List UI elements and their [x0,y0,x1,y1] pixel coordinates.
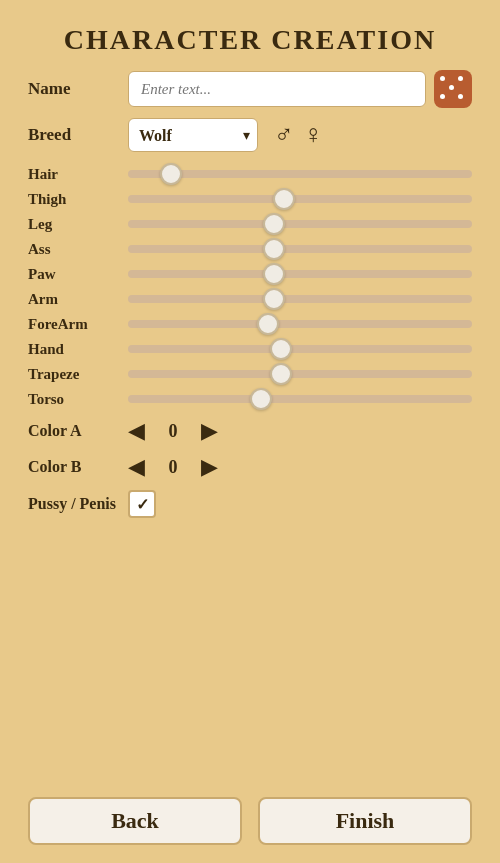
slider-input-paw[interactable] [128,270,472,278]
name-input[interactable] [128,71,426,107]
slider-row-leg: Leg [28,214,472,234]
slider-row-arm: Arm [28,289,472,309]
slider-label-thigh: Thigh [28,191,128,208]
page-title: CHARACTER CREATION [28,24,472,56]
breed-wrapper: Wolf Fox Cat Dog Bear [128,118,258,152]
color-a-label: Color A [28,422,128,440]
slider-track-ass [128,239,472,259]
name-row: Name [28,70,472,108]
color-a-value: 0 [161,421,185,442]
slider-input-thigh[interactable] [128,195,472,203]
sliders-section: HairThighLegAssPawArmForeArmHandTrapezeT… [28,164,472,414]
slider-input-torso[interactable] [128,395,472,403]
color-b-controls: ◀ 0 ▶ [128,454,218,480]
breed-row: Breed Wolf Fox Cat Dog Bear ♂ ♀ [28,118,472,152]
checkmark-icon: ✓ [136,495,149,514]
slider-row-thigh: Thigh [28,189,472,209]
female-gender-icon[interactable]: ♀ [304,120,324,150]
slider-input-trapeze[interactable] [128,370,472,378]
gender-icons: ♂ ♀ [274,120,323,150]
bottom-buttons: Back Finish [28,791,472,845]
slider-label-ass: Ass [28,241,128,258]
slider-row-paw: Paw [28,264,472,284]
dice-icon [440,76,466,102]
slider-track-leg [128,214,472,234]
slider-row-ass: Ass [28,239,472,259]
slider-track-hand [128,339,472,359]
color-a-prev-button[interactable]: ◀ [128,418,145,444]
slider-label-paw: Paw [28,266,128,283]
dice-button[interactable] [434,70,472,108]
slider-row-torso: Torso [28,389,472,409]
slider-track-arm [128,289,472,309]
slider-track-thigh [128,189,472,209]
slider-input-forearm[interactable] [128,320,472,328]
pussy-penis-checkbox[interactable]: ✓ [128,490,156,518]
back-button[interactable]: Back [28,797,242,845]
color-b-prev-button[interactable]: ◀ [128,454,145,480]
male-gender-icon[interactable]: ♂ [274,120,294,150]
slider-track-trapeze [128,364,472,384]
finish-button[interactable]: Finish [258,797,472,845]
color-b-label: Color B [28,458,128,476]
slider-label-forearm: ForeArm [28,316,128,333]
slider-label-leg: Leg [28,216,128,233]
slider-input-arm[interactable] [128,295,472,303]
slider-track-forearm [128,314,472,334]
color-a-controls: ◀ 0 ▶ [128,418,218,444]
pussy-penis-label: Pussy / Penis [28,495,116,513]
color-a-next-button[interactable]: ▶ [201,418,218,444]
color-b-next-button[interactable]: ▶ [201,454,218,480]
color-a-row: Color A ◀ 0 ▶ [28,418,472,444]
color-b-value: 0 [161,457,185,478]
slider-input-hand[interactable] [128,345,472,353]
slider-label-arm: Arm [28,291,128,308]
color-b-row: Color B ◀ 0 ▶ [28,454,472,480]
pussy-penis-row: Pussy / Penis ✓ [28,490,472,518]
name-label: Name [28,79,128,99]
breed-select[interactable]: Wolf Fox Cat Dog Bear [128,118,258,152]
page-container: CHARACTER CREATION Name Breed Wolf Fo [0,0,500,863]
slider-label-hair: Hair [28,166,128,183]
slider-track-torso [128,389,472,409]
slider-row-trapeze: Trapeze [28,364,472,384]
slider-input-leg[interactable] [128,220,472,228]
slider-row-hand: Hand [28,339,472,359]
slider-row-forearm: ForeArm [28,314,472,334]
slider-label-torso: Torso [28,391,128,408]
slider-track-paw [128,264,472,284]
slider-row-hair: Hair [28,164,472,184]
slider-input-hair[interactable] [128,170,472,178]
slider-label-hand: Hand [28,341,128,358]
slider-input-ass[interactable] [128,245,472,253]
breed-label: Breed [28,125,128,145]
slider-track-hair [128,164,472,184]
slider-label-trapeze: Trapeze [28,366,128,383]
